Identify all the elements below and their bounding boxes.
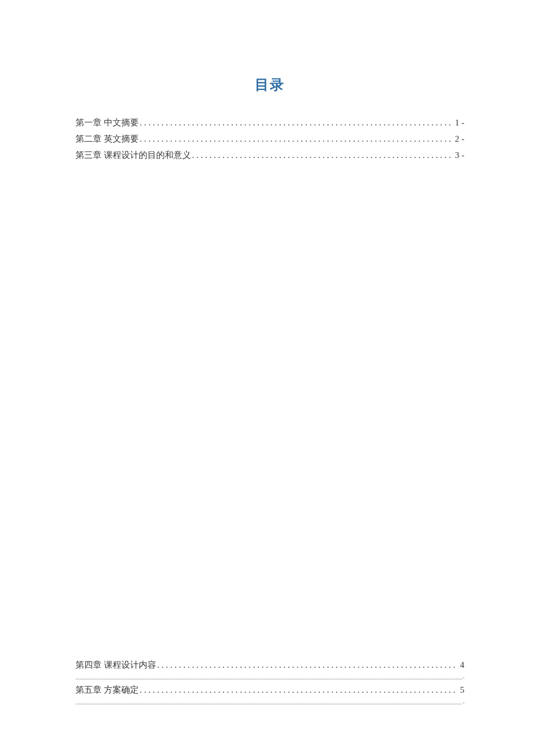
toc-entry: 第五章 方案确定 5 (75, 682, 464, 699)
document-page: 目录 第一章 中文摘要 1 - 第二章 英文摘要 2 - 第三章 课程设计的目的… (0, 0, 534, 756)
toc-entry-label: 第二章 英文摘要 (75, 131, 139, 147)
dotted-rule-tail: - (462, 674, 464, 682)
toc-entry-label: 第三章 课程设计的目的和意义 (75, 147, 191, 164)
toc-leader-dots (191, 147, 452, 164)
dotted-rule-fill (75, 699, 462, 707)
toc-title: 目录 (75, 75, 464, 94)
toc-entry-page: 1 - (452, 115, 464, 131)
toc-entry-label: 第四章 课程设计内容 (75, 657, 156, 674)
toc-entry: 第四章 课程设计内容 4 (75, 657, 464, 674)
dotted-rule-fill (75, 674, 462, 682)
vertical-spacer (75, 163, 464, 657)
toc-leader-dots (139, 115, 452, 131)
toc-entry-page: 3 - (452, 147, 464, 164)
dotted-rule: - (75, 699, 464, 707)
dotted-rule-tail: - (462, 699, 464, 707)
toc-entry-page: 2 - (452, 131, 464, 147)
toc-leader-dots (139, 682, 457, 699)
toc-entry-page: 5 (457, 682, 465, 699)
toc-entry: 第三章 课程设计的目的和意义 3 - (75, 147, 464, 164)
toc-lower-list: 第四章 课程设计内容 4 - 第五章 方案确定 5 - (75, 657, 464, 707)
toc-upper-list: 第一章 中文摘要 1 - 第二章 英文摘要 2 - 第三章 课程设计的目的和意义… (75, 115, 464, 163)
toc-entry: 第二章 英文摘要 2 - (75, 131, 464, 147)
toc-entry-page: 4 (457, 657, 465, 674)
toc-leader-dots (139, 131, 452, 147)
toc-entry-label: 第一章 中文摘要 (75, 115, 139, 131)
toc-entry: 第一章 中文摘要 1 - (75, 115, 464, 131)
toc-leader-dots (156, 657, 457, 674)
toc-entry-label: 第五章 方案确定 (75, 682, 139, 699)
dotted-rule: - (75, 674, 464, 682)
